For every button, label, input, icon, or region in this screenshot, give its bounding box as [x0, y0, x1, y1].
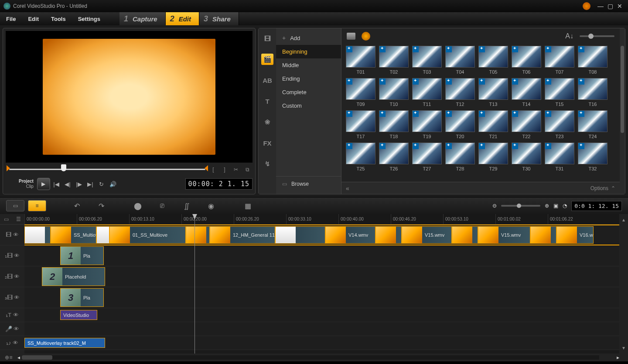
timeline-vscroll[interactable]: ▴▾ — [619, 214, 628, 354]
mark-out-handle[interactable] — [202, 165, 208, 171]
redo-button[interactable]: ↷ — [94, 200, 108, 211]
category-middle[interactable]: Middle — [276, 58, 341, 72]
show-all-icon[interactable]: ▭ — [4, 216, 9, 222]
timeline-playhead[interactable] — [195, 214, 195, 354]
title-clip[interactable]: VideoStudio — [60, 310, 97, 320]
template-T32[interactable]: T32 — [578, 143, 608, 171]
fit-project-button[interactable]: ▣ — [553, 203, 558, 209]
template-T28[interactable]: T28 — [445, 143, 475, 171]
add-track-button[interactable]: ⊕≡ — [0, 354, 17, 361]
libtab-filter[interactable]: FX — [261, 137, 273, 149]
template-T18[interactable]: T18 — [379, 110, 409, 139]
overlay2-track-header[interactable]: ₂🎞 👁 — [0, 266, 24, 287]
category-beginning[interactable]: Beginning — [276, 45, 341, 58]
video-clip[interactable]: 12_HM_General 11.w — [210, 226, 275, 244]
project-duration[interactable]: 0:0 1: 12. 15 — [571, 201, 622, 211]
template-T26[interactable]: T26 — [379, 143, 409, 171]
video-clip[interactable] — [530, 226, 556, 244]
mark-in-handle[interactable] — [7, 165, 13, 171]
corel-wheel-icon[interactable] — [583, 2, 590, 10]
repeat-button[interactable]: ↻ — [96, 179, 107, 189]
voice-track[interactable] — [24, 322, 619, 336]
video-clip[interactable] — [24, 226, 51, 244]
overlay-track-2[interactable]: 2Placehold — [24, 266, 619, 287]
template-T24[interactable]: T24 — [578, 110, 608, 139]
preview-viewport[interactable] — [6, 31, 253, 163]
template-T08[interactable]: T08 — [578, 46, 608, 75]
audio-mixer-button[interactable]: ⎚ — [155, 200, 169, 211]
category-add[interactable]: Add — [276, 31, 341, 45]
prev-frame-button[interactable]: ◀| — [62, 179, 73, 189]
timeline-tracks[interactable]: 00:00:00.0000:00:06.2000:00:13.1000:00:2… — [24, 214, 619, 354]
browse-button[interactable]: Browse — [276, 176, 341, 191]
zoom-in-icon[interactable]: ⊕ — [545, 203, 549, 209]
video-clip[interactable]: V14.wmv — [325, 226, 375, 244]
close-button[interactable]: ✕ — [615, 2, 625, 10]
category-ending[interactable]: Ending — [276, 72, 341, 85]
chapter-button[interactable]: ▦ — [241, 200, 255, 211]
video-clip[interactable]: V16.wmv — [556, 226, 594, 244]
mark-in-button[interactable]: [ — [209, 167, 218, 173]
cut-button[interactable]: ✂ — [232, 167, 240, 173]
libtab-graphic[interactable]: ❀ — [261, 116, 273, 128]
template-T02[interactable]: T02 — [379, 46, 409, 75]
step-share[interactable]: 3Share — [199, 12, 239, 25]
overlay3-track-header[interactable]: ₃🎞 👁 — [0, 287, 24, 308]
template-T13[interactable]: T13 — [478, 78, 508, 107]
music-clip[interactable]: SS_Multioverlay track02_M — [24, 338, 105, 348]
video-clip[interactable]: SS_Multiover — [51, 226, 96, 244]
title-track[interactable]: VideoStudio — [24, 308, 619, 322]
template-T01[interactable]: T01 — [346, 46, 375, 75]
video-clip[interactable]: 01_SS_Multiove — [109, 226, 186, 244]
time-ruler[interactable]: 00:00:00.0000:00:06.2000:00:13.1000:00:2… — [24, 214, 619, 225]
end-button[interactable]: ▶| — [85, 179, 96, 189]
template-T23[interactable]: T23 — [545, 110, 574, 139]
template-T07[interactable]: T07 — [545, 46, 574, 75]
template-T06[interactable]: T06 — [512, 46, 541, 75]
timeline-view-button[interactable]: ≡ — [28, 200, 46, 211]
scrub-bar[interactable] — [7, 165, 208, 174]
overlay-track-1[interactable]: 1Pla — [24, 245, 619, 266]
libtab-transition[interactable]: AB — [261, 75, 273, 86]
sort-button[interactable]: A↓ — [565, 32, 573, 40]
template-T10[interactable]: T10 — [379, 78, 409, 107]
title-track-header[interactable]: ₁T 👁 — [0, 308, 24, 322]
overlay-clip[interactable]: 1Pla — [60, 246, 104, 265]
video-clip[interactable]: V15.wmv — [402, 226, 452, 244]
category-custom[interactable]: Custom — [276, 99, 341, 112]
video-clip[interactable]: fac — [96, 226, 109, 244]
overlay-track-3[interactable]: 3Pla — [24, 287, 619, 308]
video-clip[interactable] — [452, 226, 478, 244]
step-capture[interactable]: 1Capture — [119, 12, 166, 25]
template-T12[interactable]: T12 — [445, 78, 475, 107]
template-T30[interactable]: T30 — [512, 143, 541, 171]
mode-project-label[interactable]: Project — [19, 179, 34, 184]
reel-icon[interactable] — [362, 32, 370, 41]
volume-button[interactable]: 🔊 — [108, 179, 118, 189]
home-button[interactable]: |◀ — [51, 179, 61, 189]
maximize-button[interactable]: ▢ — [605, 2, 615, 10]
video-clip[interactable] — [186, 226, 210, 244]
template-T29[interactable]: T29 — [478, 143, 508, 171]
mark-out-button[interactable]: ] — [220, 167, 229, 173]
libtab-title[interactable]: T — [261, 95, 273, 107]
menu-file[interactable]: File — [0, 12, 22, 25]
library-scrollbar[interactable] — [620, 28, 625, 194]
scrub-playhead[interactable] — [61, 164, 66, 171]
track-motion-button[interactable]: ◉ — [204, 200, 218, 211]
timeline-hscroll[interactable] — [22, 355, 599, 360]
template-T21[interactable]: T21 — [478, 110, 508, 139]
template-T15[interactable]: T15 — [545, 78, 574, 107]
video-clip[interactable]: V15.wmv — [478, 226, 530, 244]
video-track[interactable]: SS_Multioverfac01_SS_Multiove12_HM_Gener… — [24, 225, 619, 245]
libtab-path[interactable]: ↯ — [261, 158, 273, 170]
scroll-right-icon[interactable]: ▸ — [617, 354, 619, 361]
menu-settings[interactable]: Settings — [72, 12, 106, 25]
options-toggle[interactable]: Options ⌃ — [590, 185, 615, 191]
mode-clip-label[interactable]: Clip — [26, 184, 34, 189]
thumb-zoom-slider[interactable] — [580, 35, 614, 37]
menu-tools[interactable]: Tools — [45, 12, 72, 25]
preview-timecode[interactable]: 00:00: 2 1. 15 — [185, 178, 253, 190]
video-clip[interactable] — [375, 226, 402, 244]
video-clip[interactable] — [275, 226, 325, 244]
